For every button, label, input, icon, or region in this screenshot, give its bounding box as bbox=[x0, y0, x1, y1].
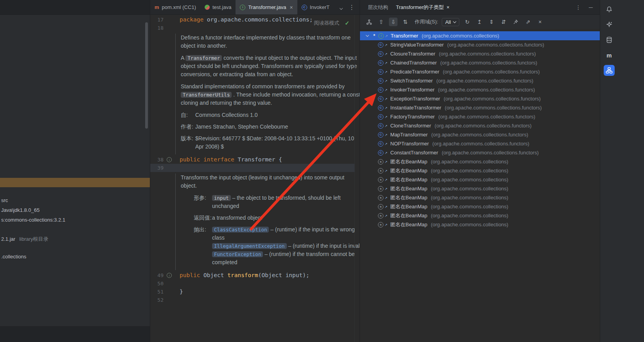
project-row[interactable]: 2.1.jarlibrary根目录 bbox=[0, 235, 150, 244]
tree-row[interactable]: C↗InstantiateTransformer(org.apache.comm… bbox=[360, 103, 600, 112]
implemented-marker-icon[interactable]: ↓ bbox=[167, 157, 172, 162]
expand-chevron-icon[interactable] bbox=[365, 35, 370, 36]
package-name: (org.apache.commons.collections.functors… bbox=[439, 51, 536, 57]
navigate-arrow-icon: ↗ bbox=[385, 79, 388, 83]
reader-mode-widget: 阅读器模式 ✓ bbox=[314, 20, 349, 27]
tree-row[interactable]: C↗ExceptionTransformer(org.apache.common… bbox=[360, 94, 600, 103]
doc-fields: 形参:input – the object to be transformed,… bbox=[181, 194, 364, 267]
tab-hierarchy-structure[interactable]: 层次结构 bbox=[364, 0, 392, 14]
doc-field-label: 形参: bbox=[194, 194, 212, 210]
class-name: NOPTransformer bbox=[390, 141, 429, 147]
tree-row[interactable]: C↗SwitchTransformer(org.apache.commons.c… bbox=[360, 76, 600, 85]
class-icon: C bbox=[378, 51, 383, 57]
tab-transformer-java[interactable]: I Transformer.java × bbox=[236, 0, 297, 14]
project-row-label: 2.1.jar bbox=[1, 236, 15, 242]
editor-menu-kebab-icon[interactable]: ⋮ bbox=[349, 4, 355, 11]
database-icon[interactable] bbox=[604, 34, 615, 45]
navigate-arrow-icon: ↗ bbox=[385, 124, 388, 128]
notifications-bell-icon[interactable] bbox=[604, 4, 615, 15]
pin-icon[interactable] bbox=[511, 18, 520, 26]
editor-body[interactable]: 171838↓3949↓505152 package org.apache.co… bbox=[150, 15, 360, 342]
tree-row[interactable]: C↗ConstantTransformer(org.apache.commons… bbox=[360, 148, 600, 157]
project-row[interactable]: src bbox=[0, 196, 150, 205]
tab-pom-xml[interactable]: m pom.xml (CC1) bbox=[150, 0, 200, 14]
tree-row[interactable]: a↗匿名在BeanMap(org.apache.commons.collecti… bbox=[360, 220, 600, 229]
tree-row[interactable]: a↗匿名在BeanMap(org.apache.commons.collecti… bbox=[360, 166, 600, 175]
class-icon: C bbox=[378, 123, 383, 129]
navigate-arrow-icon: ↗ bbox=[385, 160, 388, 164]
code-line[interactable]: public Object transform(Object input); bbox=[180, 271, 309, 279]
editor-scrollbar[interactable] bbox=[354, 15, 360, 342]
project-selected-row[interactable] bbox=[0, 178, 150, 187]
tree-row[interactable]: a↗匿名在BeanMap(org.apache.commons.collecti… bbox=[360, 184, 600, 193]
base-class-marker: * bbox=[372, 33, 376, 39]
package-name: (org.apache.commons.collections) bbox=[431, 168, 508, 174]
tree-row[interactable]: C↗MapTransformer(org.apache.commons.coll… bbox=[360, 130, 600, 139]
tree-row[interactable]: a↗匿名在BeanMap(org.apache.commons.collecti… bbox=[360, 211, 600, 220]
package-name: (org.apache.commons.collections) bbox=[431, 159, 508, 165]
doc-field-value: $Revision: 646777 $ $Date: 2008-04-10 13… bbox=[195, 134, 354, 151]
tree-row[interactable]: C↗CloneTransformer(org.apache.commons.co… bbox=[360, 121, 600, 130]
sort-alphabetically-icon[interactable]: ⇅ bbox=[401, 18, 410, 26]
options-kebab-icon[interactable]: ⋮ bbox=[576, 4, 581, 11]
reader-mode-label[interactable]: 阅读器模式 bbox=[314, 20, 339, 27]
tree-row[interactable]: C↗ChainedTransformer(org.apache.commons.… bbox=[360, 58, 600, 67]
package-name: (org.apache.commons.collections) bbox=[431, 186, 508, 192]
tree-row[interactable]: C↗NOPTransformer(org.apache.commons.coll… bbox=[360, 139, 600, 148]
line-number: 18 bbox=[151, 24, 164, 32]
tree-row[interactable]: a↗匿名在BeanMap(org.apache.commons.collecti… bbox=[360, 202, 600, 211]
project-scrollbar-thumb[interactable] bbox=[145, 22, 148, 129]
hidden-tabs-chevron-icon[interactable] bbox=[340, 4, 342, 11]
tree-row[interactable]: a↗匿名在BeanMap(org.apache.commons.collecti… bbox=[360, 175, 600, 184]
maven-tool-icon[interactable]: m bbox=[604, 50, 615, 61]
tree-row[interactable]: a↗匿名在BeanMap(org.apache.commons.collecti… bbox=[360, 193, 600, 202]
hierarchy-tool-icon[interactable] bbox=[604, 65, 615, 76]
type-hierarchy-icon[interactable] bbox=[365, 18, 373, 26]
code-line[interactable]: package org.apache.commons.collections; bbox=[180, 16, 313, 24]
package-name: (org.apache.commons.collections) bbox=[431, 222, 508, 227]
project-row[interactable]: .collections bbox=[0, 252, 150, 261]
project-row[interactable]: s:commons-collections:3.2.1 bbox=[0, 216, 150, 224]
package-name: (org.apache.commons.collections.functors… bbox=[442, 150, 539, 156]
tree-row[interactable]: C↗InvokerTransformer(org.apache.commons.… bbox=[360, 85, 600, 94]
tree-row[interactable]: C↗PredicateTransformer(org.apache.common… bbox=[360, 67, 600, 76]
tree-row[interactable]: a↗匿名在BeanMap(org.apache.commons.collecti… bbox=[360, 157, 600, 166]
expand-all-icon[interactable]: ⇕ bbox=[487, 18, 496, 26]
navigate-arrow-icon: ↗ bbox=[385, 43, 388, 47]
anonymous-class-icon: a bbox=[378, 177, 383, 183]
tree-row[interactable]: C↗ClosureTransformer(org.apache.commons.… bbox=[360, 49, 600, 58]
hide-panel-icon[interactable]: ─ bbox=[589, 4, 593, 11]
project-row[interactable]: Java\jdk1.8.0_65 bbox=[0, 206, 150, 215]
scope-dropdown[interactable]: All bbox=[442, 18, 459, 26]
class-icon: C bbox=[378, 96, 383, 102]
ai-assistant-icon[interactable] bbox=[604, 19, 615, 30]
refresh-icon[interactable]: ↻ bbox=[463, 18, 471, 26]
inspection-ok-check-icon[interactable]: ✓ bbox=[345, 20, 349, 26]
open-in-new-window-icon[interactable]: ⇗ bbox=[523, 18, 532, 26]
tab-test-java[interactable]: test.java bbox=[200, 0, 236, 14]
close-tab-icon[interactable]: × bbox=[446, 4, 450, 10]
tree-row[interactable]: C↗StringValueTransformer(org.apache.comm… bbox=[360, 40, 600, 49]
code-line[interactable]: } bbox=[180, 288, 183, 296]
doc-link-chip[interactable]: IllegalArgumentException bbox=[212, 243, 287, 249]
tab-invoker-transformer[interactable]: C InvokerT bbox=[297, 0, 331, 14]
code-chip: input bbox=[212, 195, 231, 201]
supertypes-icon[interactable]: ⇧ bbox=[377, 18, 385, 26]
doc-link-chip[interactable]: ClassCastException bbox=[212, 227, 269, 233]
tree-row[interactable]: C↗FactoryTransformer(org.apache.commons.… bbox=[360, 112, 600, 121]
tab-transformer-subtypes[interactable]: Transformer的子类型 × bbox=[392, 0, 453, 14]
class-icon: C bbox=[378, 60, 383, 66]
doc-field: 形参:input – the object to be transformed,… bbox=[194, 194, 364, 210]
interface-icon: I bbox=[240, 5, 245, 10]
tree-row-root[interactable]: *I↗Transformer(org.apache.commons.collec… bbox=[360, 31, 600, 40]
close-panel-icon[interactable]: × bbox=[536, 18, 544, 26]
doc-link-chip[interactable]: FunctorException bbox=[212, 251, 263, 257]
subtypes-icon[interactable]: ⇩ bbox=[389, 18, 398, 26]
close-tab-icon[interactable]: × bbox=[290, 4, 293, 11]
doc-fields: 自:Commons Collections 1.0作者:James Strach… bbox=[181, 111, 369, 151]
implemented-marker-icon[interactable]: ↓ bbox=[167, 273, 172, 278]
doc-field-value: ClassCastException – (runtime) if the in… bbox=[212, 226, 364, 267]
move-to-top-icon[interactable]: ↥ bbox=[475, 18, 484, 26]
code-line[interactable]: public interface Transformer { bbox=[180, 156, 282, 164]
collapse-all-icon[interactable]: ⇵ bbox=[499, 18, 508, 26]
